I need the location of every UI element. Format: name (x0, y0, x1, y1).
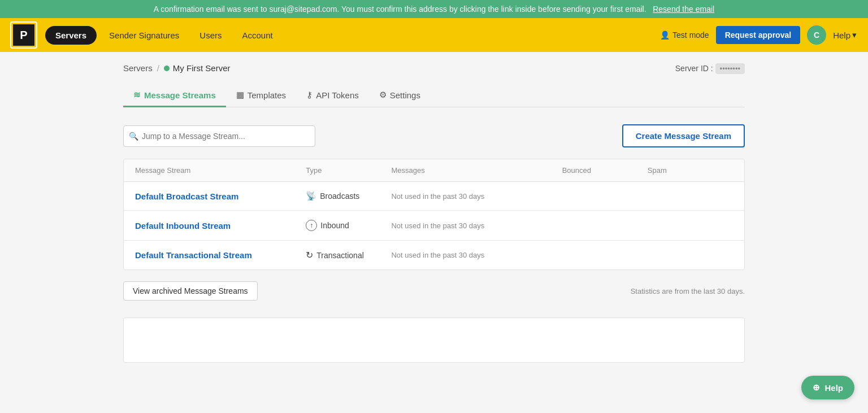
templates-icon: ▦ (236, 90, 244, 100)
server-id-value: •••••••• (715, 63, 745, 74)
messages-broadcast: Not used in the past 30 days (391, 192, 562, 201)
api-tokens-icon: ⚷ (306, 90, 313, 100)
logo[interactable]: P (11, 23, 36, 47)
stream-name-broadcast[interactable]: Default Broadcast Stream (135, 192, 306, 201)
search-input[interactable] (123, 125, 315, 147)
notification-text: A confirmation email was sent to suraj@s… (154, 5, 646, 14)
nav-right: 👤 Test mode Request approval C Help ▾ (660, 25, 857, 45)
stats-note: Statistics are from the last 30 days. (631, 287, 745, 295)
tabs-container: ≋ Message Streams ▦ Templates ⚷ API Toke… (123, 84, 745, 107)
breadcrumb-current-server: My First Server (164, 63, 231, 73)
main-nav: P Servers Sender Signatures Users Accoun… (0, 18, 868, 52)
test-mode-label: 👤 Test mode (660, 31, 709, 40)
breadcrumb-separator: / (157, 63, 159, 73)
servers-nav-button[interactable]: Servers (45, 26, 97, 45)
table-header: Message Stream Type Messages Bounced Spa… (124, 159, 744, 182)
bottom-teaser (123, 318, 745, 363)
chevron-down-icon: ▾ (852, 30, 857, 40)
server-status-dot (164, 66, 170, 71)
avatar[interactable]: C (807, 25, 826, 45)
breadcrumb: Servers / My First Server Server ID : ••… (123, 63, 745, 73)
sender-signatures-nav-link[interactable]: Sender Signatures (101, 26, 187, 45)
create-message-stream-button[interactable]: Create Message Stream (622, 124, 745, 147)
action-row: 🔍 Create Message Stream (123, 124, 745, 147)
streams-table: Message Stream Type Messages Bounced Spa… (123, 159, 745, 270)
messages-inbound: Not used in the past 30 days (391, 221, 562, 230)
account-nav-link[interactable]: Account (234, 26, 280, 45)
users-nav-link[interactable]: Users (192, 26, 229, 45)
table-row: Default Transactional Stream ↻ Transacti… (124, 241, 744, 269)
broadcasts-icon: 📡 (306, 191, 316, 201)
table-row: Default Inbound Stream ↑ Inbound Not use… (124, 211, 744, 241)
search-box: 🔍 (123, 125, 315, 147)
messages-transactional: Not used in the past 30 days (391, 251, 562, 259)
resend-email-link[interactable]: Resend the email (653, 5, 714, 14)
notification-bar: A confirmation email was sent to suraj@s… (0, 0, 868, 18)
inbound-icon: ↑ (306, 220, 317, 231)
type-cell-inbound: ↑ Inbound (306, 220, 391, 231)
stream-name-inbound[interactable]: Default Inbound Stream (135, 221, 306, 231)
footer-row: View archived Message Streams Statistics… (123, 281, 745, 301)
view-archived-button[interactable]: View archived Message Streams (123, 281, 258, 301)
tab-templates[interactable]: ▦ Templates (226, 84, 296, 107)
table-row: Default Broadcast Stream 📡 Broadcasts No… (124, 182, 744, 211)
help-nav-link[interactable]: Help ▾ (833, 30, 857, 40)
transactional-icon: ↻ (306, 250, 313, 260)
tab-settings[interactable]: ⚙ Settings (369, 84, 431, 107)
message-streams-icon: ≋ (133, 90, 141, 100)
settings-icon: ⚙ (379, 90, 387, 100)
server-id-section: Server ID : •••••••• (675, 64, 745, 73)
type-cell-transactional: ↻ Transactional (306, 250, 391, 260)
person-icon: 👤 (660, 31, 670, 40)
type-cell-broadcast: 📡 Broadcasts (306, 191, 391, 201)
breadcrumb-servers-link[interactable]: Servers (123, 63, 153, 73)
stream-name-transactional[interactable]: Default Transactional Stream (135, 250, 306, 260)
main-content: Servers / My First Server Server ID : ••… (123, 52, 745, 374)
request-approval-button[interactable]: Request approval (716, 26, 800, 44)
tab-message-streams[interactable]: ≋ Message Streams (123, 84, 226, 107)
search-icon: 🔍 (129, 132, 138, 141)
tab-api-tokens[interactable]: ⚷ API Tokens (296, 84, 369, 107)
